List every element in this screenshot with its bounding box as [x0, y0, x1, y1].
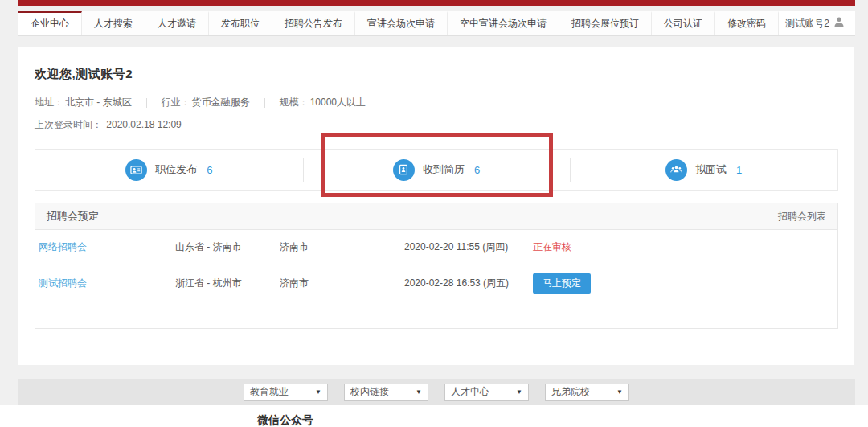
last-login: 上次登录时间： 2020.02.18 12:09	[35, 118, 838, 132]
jobfair-name-link[interactable]: 网络招聘会	[39, 240, 175, 254]
footer-bottom-strip	[0, 405, 868, 427]
stat-resumes-received[interactable]: 收到简历 6	[303, 150, 571, 190]
divider	[146, 98, 147, 108]
stat-planned-interviews[interactable]: 拟面试 1	[570, 150, 837, 190]
account-name: 测试账号2	[785, 17, 829, 31]
tab-presentation-session[interactable]: 宣讲会场次申请	[355, 11, 448, 35]
booking-table: 网络招聘会 山东省 - 济南市 济南市 2020-02-20 11:55 (周四…	[35, 230, 838, 329]
meta-address: 地址： 北京市 - 东城区	[35, 96, 132, 109]
divider	[264, 98, 265, 108]
meta-industry: 行业： 货币金融服务	[162, 96, 250, 109]
user-icon	[834, 17, 844, 30]
footer-links-bar: 教育就业 ▼ 校内链接 ▼ 人才中心 ▼ 兄弟院校 ▼	[18, 379, 855, 405]
dropdown-campus-links[interactable]: 校内链接 ▼	[344, 384, 428, 401]
stats-strip: 职位发布 6 收到简历 6 拟面试 1	[35, 149, 838, 191]
jobfair-city: 济南市	[280, 277, 404, 290]
chevron-down-icon: ▼	[315, 388, 321, 396]
dropdown-talent-center[interactable]: 人才中心 ▼	[444, 384, 529, 401]
chevron-down-icon: ▼	[516, 388, 522, 396]
tab-company-certification[interactable]: 公司认证	[652, 11, 715, 35]
top-brand-bar	[18, 0, 855, 6]
jobfair-location: 浙江省 - 杭州市	[175, 277, 280, 290]
jobfair-city: 济南市	[280, 240, 404, 254]
dropdown-education-employment[interactable]: 教育就业 ▼	[244, 384, 328, 401]
resume-icon	[393, 159, 415, 181]
welcome-title: 欢迎您,测试账号2	[35, 47, 838, 82]
dashboard-card: 欢迎您,测试账号2 地址： 北京市 - 东城区 行业： 货币金融服务 规模： 1…	[18, 46, 855, 366]
stat-label: 职位发布	[155, 162, 197, 177]
book-now-button[interactable]: 马上预定	[533, 273, 591, 294]
booking-title: 招聘会预定	[47, 209, 99, 224]
jobfair-booking-panel: 招聘会预定 招聘会列表 网络招聘会 山东省 - 济南市 济南市 2020-02-…	[35, 203, 838, 329]
tab-enterprise-center[interactable]: 企业中心	[18, 11, 82, 35]
company-meta: 地址： 北京市 - 东城区 行业： 货币金融服务 规模： 10000人以上	[35, 96, 838, 109]
dropdown-sister-schools[interactable]: 兄弟院校 ▼	[545, 384, 629, 401]
stat-count: 6	[474, 164, 480, 176]
main-navigation: 企业中心 人才搜索 人才邀请 发布职位 招聘公告发布 宣讲会场次申请 空中宣讲会…	[18, 11, 855, 36]
idcard-icon	[125, 159, 147, 181]
booking-header: 招聘会预定 招聘会列表	[35, 203, 838, 230]
tab-post-job[interactable]: 发布职位	[209, 11, 272, 35]
account-menu[interactable]: 测试账号2	[785, 11, 855, 35]
chevron-down-icon: ▼	[616, 388, 623, 396]
jobfair-list-link[interactable]: 招聘会列表	[778, 210, 826, 224]
chevron-down-icon: ▼	[416, 388, 422, 396]
tab-online-presentation-session[interactable]: 空中宣讲会场次申请	[448, 11, 559, 35]
table-row: 网络招聘会 山东省 - 济南市 济南市 2020-02-20 11:55 (周四…	[35, 230, 837, 265]
stat-label: 拟面试	[695, 162, 727, 177]
table-row: 测试招聘会 浙江省 - 杭州市 济南市 2020-02-28 16:53 (周五…	[35, 265, 837, 301]
jobfair-name-link[interactable]: 测试招聘会	[39, 277, 175, 290]
stat-count: 6	[207, 164, 212, 176]
tab-talent-search[interactable]: 人才搜索	[82, 11, 145, 35]
tab-talent-invite[interactable]: 人才邀请	[145, 11, 209, 35]
jobfair-time: 2020-02-20 11:55 (周四)	[404, 240, 533, 254]
meta-scale: 规模： 10000人以上	[280, 96, 366, 109]
group-icon	[665, 159, 687, 181]
status-badge: 正在审核	[533, 241, 571, 253]
tab-change-password[interactable]: 修改密码	[715, 11, 779, 35]
stat-label: 收到简历	[423, 162, 465, 177]
wechat-official-account-label: 微信公众号	[257, 413, 313, 427]
tab-recruit-announcement[interactable]: 招聘公告发布	[272, 11, 355, 35]
jobfair-time: 2020-02-28 16:53 (周五)	[404, 277, 533, 290]
jobfair-location: 山东省 - 济南市	[175, 240, 280, 254]
tab-jobfair-booth[interactable]: 招聘会展位预订	[559, 11, 652, 35]
stat-count: 1	[736, 164, 742, 176]
stat-jobs-posted[interactable]: 职位发布 6	[35, 150, 303, 190]
